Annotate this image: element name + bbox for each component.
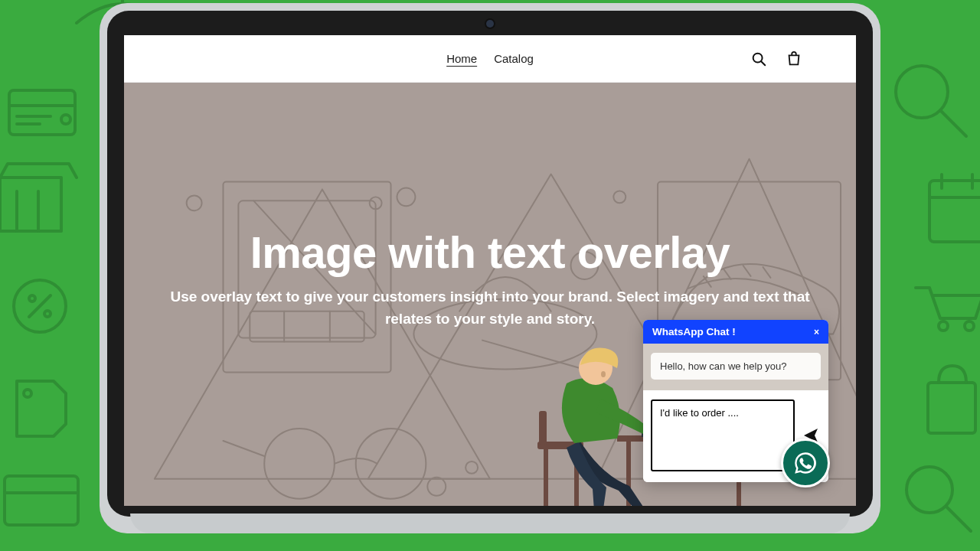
svg-rect-51 — [539, 411, 547, 445]
nav-link-catalog[interactable]: Catalog — [494, 52, 534, 65]
chat-greeting-message: Hello, how can we help you? — [651, 353, 821, 380]
svg-point-17 — [29, 295, 35, 302]
svg-point-19 — [939, 321, 948, 331]
svg-point-4 — [61, 115, 70, 124]
chat-header[interactable]: WhatsApp Chat ! × — [643, 320, 828, 344]
svg-rect-23 — [5, 476, 78, 525]
svg-rect-52 — [544, 449, 548, 506]
svg-line-16 — [29, 295, 51, 317]
nav-link-home[interactable]: Home — [446, 52, 477, 65]
chat-close-button[interactable]: × — [814, 327, 819, 337]
svg-point-56 — [601, 371, 606, 377]
search-icon[interactable] — [750, 51, 767, 67]
store-screen: Home Catalog — [124, 35, 856, 506]
chat-input[interactable] — [651, 399, 795, 471]
svg-line-26 — [946, 507, 971, 531]
cart-bag-icon[interactable] — [786, 51, 802, 67]
svg-point-40 — [397, 187, 415, 206]
laptop-frame: Home Catalog — [100, 3, 880, 533]
svg-line-28 — [761, 61, 765, 65]
whatsapp-icon — [792, 450, 818, 476]
laptop-camera — [486, 20, 494, 28]
svg-rect-11 — [929, 181, 980, 242]
svg-line-7 — [940, 110, 966, 136]
top-nav: Home Catalog — [124, 35, 856, 83]
hero-text: Image with text overlay Use overlay text… — [124, 227, 856, 331]
svg-point-20 — [965, 321, 974, 331]
chat-messages: Hello, how can we help you? — [643, 344, 828, 390]
laptop-bezel: Home Catalog — [107, 11, 873, 517]
svg-point-36 — [264, 429, 335, 499]
laptop-base — [130, 514, 850, 533]
svg-point-45 — [613, 191, 626, 203]
svg-point-18 — [44, 311, 51, 317]
chat-title: WhatsApp Chat ! — [652, 326, 736, 337]
svg-rect-0 — [9, 90, 75, 135]
svg-point-37 — [356, 429, 426, 499]
hero-section: Image with text overlay Use overlay text… — [124, 83, 856, 506]
whatsapp-fab-button[interactable] — [781, 439, 830, 487]
svg-point-21 — [24, 390, 31, 397]
svg-point-44 — [466, 461, 478, 474]
svg-rect-22 — [928, 383, 975, 433]
svg-line-38 — [223, 441, 264, 456]
svg-rect-8 — [0, 178, 61, 231]
hero-title: Image with text overlay — [147, 227, 833, 278]
svg-point-39 — [187, 195, 202, 210]
svg-point-43 — [427, 478, 446, 496]
nav-links: Home Catalog — [124, 52, 856, 65]
